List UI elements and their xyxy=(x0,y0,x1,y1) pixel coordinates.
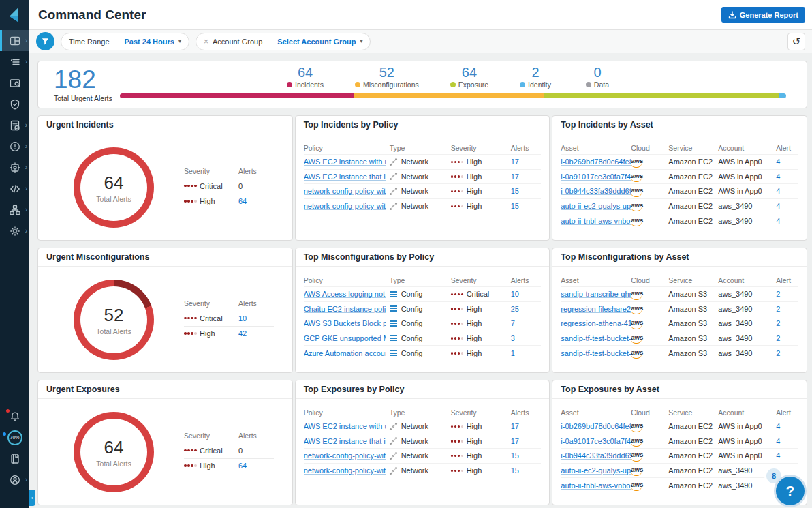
sidebar-item-compute[interactable]: › xyxy=(0,157,29,178)
alerts-count-link[interactable]: 4 xyxy=(776,187,780,195)
policy-link[interactable]: AWS EC2 instance with unr… xyxy=(304,158,386,166)
table-header: Asset Cloud Service Account Alert xyxy=(561,406,798,419)
chevron-right-icon: › xyxy=(25,122,27,129)
sidebar-item-alerts[interactable]: › xyxy=(0,51,29,72)
reset-filters-button[interactable]: ↺ xyxy=(787,33,805,50)
sidebar-item-documentation[interactable] xyxy=(0,448,29,469)
asset-link[interactable]: auto-ii-ec2-qualys-up… xyxy=(561,466,631,475)
sidebar-item-notifications[interactable] xyxy=(0,406,29,427)
legend-item[interactable]: 64 Incidents xyxy=(287,65,324,89)
asset-link[interactable]: i-0a91017ce3c0fa7f4 xyxy=(561,173,631,181)
policy-link[interactable]: network-config-policy-wit… xyxy=(304,451,386,460)
remove-filter-icon[interactable]: × xyxy=(204,38,208,46)
severity-alert-count[interactable]: 64 xyxy=(238,462,274,470)
alerts-count-link[interactable]: 25 xyxy=(511,305,519,313)
sidebar-item-reports[interactable]: › xyxy=(0,115,29,136)
asset-link[interactable]: i-0b944c33fa39ddd69 xyxy=(561,187,631,195)
policy-link[interactable]: network-config-policy-wit… xyxy=(304,202,386,210)
generate-report-button[interactable]: Generate Report xyxy=(721,7,805,23)
alerts-count-link[interactable]: 2 xyxy=(776,349,780,357)
alerts-count-link[interactable]: 4 xyxy=(776,173,780,181)
sidebar-item-profile[interactable]: › xyxy=(0,469,29,490)
alerts-count-link[interactable]: 15 xyxy=(511,451,519,460)
alerts-count-link[interactable]: 4 xyxy=(776,422,780,430)
asset-link[interactable]: i-0b944c33fa39ddd69 xyxy=(561,451,631,460)
legend-item[interactable]: 52 Misconfigurations xyxy=(355,65,419,89)
chevron-right-icon: › xyxy=(31,496,33,500)
alerts-count-link[interactable]: 17 xyxy=(511,422,519,430)
policy-link[interactable]: AWS S3 Buckets Block publ… xyxy=(304,319,386,327)
policy-link[interactable]: Chaitu EC2 instance policy xyxy=(304,305,386,313)
book-icon xyxy=(10,453,20,464)
asset-link[interactable]: auto-ii-ec2-qualys-up… xyxy=(561,202,631,210)
asset-link[interactable]: i-0b269bd78d0c64fe8 xyxy=(561,422,631,430)
policy-link[interactable]: Azure Automation account … xyxy=(304,349,386,357)
severity-alert-count[interactable]: 0 xyxy=(238,447,274,455)
alerts-count-link[interactable]: 7 xyxy=(511,319,515,327)
severity-alert-count[interactable]: 64 xyxy=(238,197,274,205)
policy-link[interactable]: AWS EC2 instance that is i… xyxy=(304,173,386,181)
progress-dot xyxy=(3,432,6,436)
alerts-count-link[interactable]: 15 xyxy=(511,202,519,210)
filter-funnel-button[interactable] xyxy=(36,32,54,50)
legend-item[interactable]: 2 Identity xyxy=(520,65,551,89)
misconfigurations-donut-chart[interactable]: 52 Total Alerts xyxy=(74,280,154,360)
account-group-value-dropdown[interactable]: Select Account Group ▾ xyxy=(270,33,370,50)
policy-link[interactable]: GCP GKE unsupported Ma… xyxy=(304,334,386,342)
asset-link[interactable]: i-0a91017ce3c0fa7f4 xyxy=(561,437,631,445)
alerts-count-link[interactable]: 10 xyxy=(511,290,519,298)
sidebar-item-usage-progress[interactable]: 70% xyxy=(0,427,29,448)
alerts-count-link[interactable]: 4 xyxy=(776,202,780,210)
legend-item[interactable]: 64 Exposure xyxy=(450,65,488,89)
alerts-count-link[interactable]: 15 xyxy=(511,187,519,195)
table-row: i-0b944c33fa39ddd69 aws Amazon EC2 AWS i… xyxy=(561,449,798,464)
alerts-count-link[interactable]: 4 xyxy=(776,217,780,225)
alerts-count-link[interactable]: 2 xyxy=(776,334,780,342)
sidebar-expand-handle[interactable]: › xyxy=(29,490,35,506)
asset-link[interactable]: auto-ii-tnbl-aws-vnbo… xyxy=(561,217,631,225)
alerts-count-link[interactable]: 4 xyxy=(776,451,780,460)
alerts-count-link[interactable]: 2 xyxy=(776,305,780,313)
legend-item[interactable]: 0 Data xyxy=(582,65,612,89)
sidebar-item-compliance[interactable] xyxy=(0,93,29,115)
sidebar-item-settings[interactable]: › xyxy=(0,220,29,241)
sidebar-item-investigate[interactable] xyxy=(0,72,29,93)
sidebar-item-alarms[interactable]: › xyxy=(0,136,29,157)
policy-link[interactable]: AWS EC2 instance that is i… xyxy=(304,437,386,445)
asset-link[interactable]: regression-athena-41… xyxy=(561,319,631,327)
severity-alert-count[interactable]: 10 xyxy=(238,314,274,323)
alerts-count-link[interactable]: 17 xyxy=(511,158,519,166)
time-range-value-dropdown[interactable]: Past 24 Hours ▾ xyxy=(117,33,189,50)
incidents-donut-chart[interactable]: 64 Total Alerts xyxy=(74,147,154,228)
asset-link[interactable]: sandip-transcribe-qhr… xyxy=(561,290,631,298)
alerts-count-link[interactable]: 3 xyxy=(511,334,515,342)
policy-link[interactable]: network-config-policy-wit… xyxy=(304,187,386,195)
help-button[interactable]: ? xyxy=(774,475,807,507)
alerts-count-link[interactable]: 4 xyxy=(776,437,780,445)
sidebar-item-dashboards[interactable]: › xyxy=(0,30,29,51)
alerts-count-link[interactable]: 17 xyxy=(511,437,519,445)
sidebar-item-network[interactable]: › xyxy=(0,199,29,220)
asset-link[interactable]: regression-fileshare2… xyxy=(561,305,631,313)
asset-link[interactable]: i-0b269bd78d0c64fe8 xyxy=(561,158,631,166)
legend-label-row: Misconfigurations xyxy=(355,80,419,89)
alerts-count-link[interactable]: 15 xyxy=(511,466,519,475)
asset-link[interactable]: sandip-tf-test-bucket-… xyxy=(561,349,631,357)
severity-alert-count[interactable]: 0 xyxy=(238,182,274,190)
exposures-donut-chart[interactable]: 64 Total Alerts xyxy=(74,412,154,492)
alerts-count-link[interactable]: 2 xyxy=(776,290,780,298)
alerts-count-link[interactable]: 17 xyxy=(511,173,519,181)
severity-alert-count[interactable]: 42 xyxy=(238,329,274,338)
asset-link[interactable]: auto-ii-tnbl-aws-vnbo… xyxy=(561,481,631,490)
policy-type-icon xyxy=(390,305,397,312)
policy-link[interactable]: AWS Access logging not en… xyxy=(304,290,386,298)
policy-link[interactable]: AWS EC2 instance with unr… xyxy=(304,422,386,430)
table-row: AWS EC2 instance with unr… Network High … xyxy=(304,155,542,170)
policy-link[interactable]: network-config-policy-wit… xyxy=(304,466,386,475)
sidebar-item-code-security[interactable]: › xyxy=(0,178,29,199)
prisma-cloud-logo[interactable] xyxy=(0,0,29,30)
alerts-count-link[interactable]: 2 xyxy=(776,319,780,327)
alerts-count-link[interactable]: 4 xyxy=(776,158,780,166)
asset-link[interactable]: sandip-tf-test-bucket-… xyxy=(561,334,631,342)
alerts-count-link[interactable]: 1 xyxy=(511,349,515,357)
